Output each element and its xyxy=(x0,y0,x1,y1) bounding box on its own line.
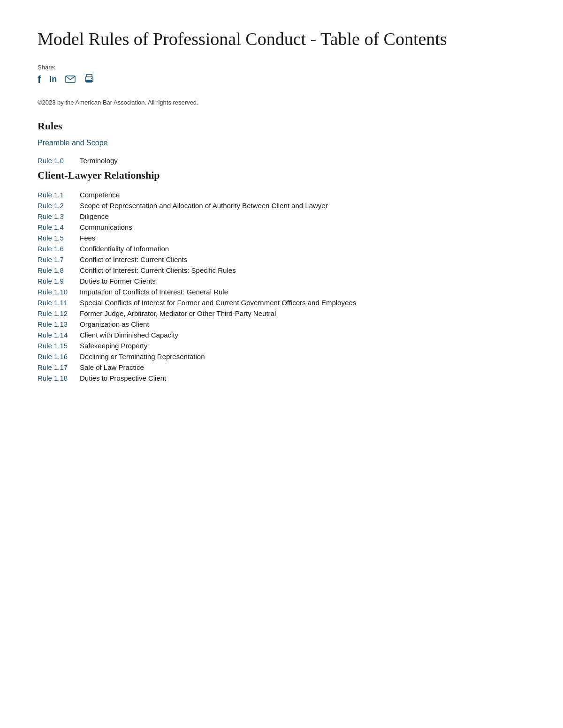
svg-point-3 xyxy=(91,78,92,79)
table-row: Rule 1.10 Imputation of Conflicts of Int… xyxy=(38,288,525,296)
table-row: Rule 1.14 Client with Diminished Capacit… xyxy=(38,331,525,339)
rule-title-12: Scope of Representation and Allocation o… xyxy=(80,202,328,210)
table-row: Rule 1.16 Declining or Terminating Repre… xyxy=(38,353,525,360)
client-lawyer-section: Client-Lawyer Relationship Rule 1.1 Comp… xyxy=(38,169,525,382)
copyright-notice: ©2023 by the American Bar Association. A… xyxy=(38,99,525,106)
table-row: Rule 1.13 Organization as Client xyxy=(38,320,525,328)
rule-title-118: Duties to Prospective Client xyxy=(80,374,166,382)
rules-heading: Rules xyxy=(38,120,525,132)
share-label: Share: xyxy=(38,64,525,71)
facebook-share-button[interactable]: f xyxy=(38,74,41,86)
table-row: Rule 1.6 Confidentiality of Information xyxy=(38,245,525,253)
rule-number-117[interactable]: Rule 1.17 xyxy=(38,363,80,371)
rule-number-110[interactable]: Rule 1.10 xyxy=(38,288,80,296)
rule-title-11: Competence xyxy=(80,191,120,199)
rule-title-10: Terminology xyxy=(80,157,118,165)
rule-title-13: Diligence xyxy=(80,212,109,220)
rule-title-17: Conflict of Interest: Current Clients xyxy=(80,255,187,263)
rule-number-112[interactable]: Rule 1.12 xyxy=(38,309,80,317)
rule-number-12[interactable]: Rule 1.2 xyxy=(38,202,80,210)
rule-number-113[interactable]: Rule 1.13 xyxy=(38,320,80,328)
rule-number-118[interactable]: Rule 1.18 xyxy=(38,374,80,382)
rule-title-112: Former Judge, Arbitrator, Mediator or Ot… xyxy=(80,309,276,317)
rule-number-13[interactable]: Rule 1.3 xyxy=(38,212,80,220)
rule-title-19: Duties to Former Clients xyxy=(80,277,156,285)
table-row: Rule 1.4 Communications xyxy=(38,223,525,231)
rule-title-14: Communications xyxy=(80,223,132,231)
facebook-icon: f xyxy=(38,74,41,85)
linkedin-share-button[interactable]: in xyxy=(49,75,57,84)
table-row: Rule 1.5 Fees xyxy=(38,234,525,242)
rule-title-16: Confidentiality of Information xyxy=(80,245,169,253)
table-row: Rule 1.9 Duties to Former Clients xyxy=(38,277,525,285)
table-row: Rule 1.15 Safekeeping Property xyxy=(38,342,525,350)
rule-title-115: Safekeeping Property xyxy=(80,342,147,350)
rule-number-111[interactable]: Rule 1.11 xyxy=(38,299,80,307)
rule-title-15: Fees xyxy=(80,234,95,242)
rule-number-17[interactable]: Rule 1.7 xyxy=(38,255,80,263)
rule-title-117: Sale of Law Practice xyxy=(80,363,144,371)
table-row: Rule 1.7 Conflict of Interest: Current C… xyxy=(38,255,525,263)
print-share-button[interactable] xyxy=(84,74,94,86)
rule-number-16[interactable]: Rule 1.6 xyxy=(38,245,80,253)
rule-number-14[interactable]: Rule 1.4 xyxy=(38,223,80,231)
client-lawyer-rules-list: Rule 1.1 Competence Rule 1.2 Scope of Re… xyxy=(38,191,525,382)
page-title: Model Rules of Professional Conduct - Ta… xyxy=(38,28,525,51)
share-icons-container: f in xyxy=(38,74,525,86)
table-row: Rule 1.17 Sale of Law Practice xyxy=(38,363,525,371)
email-icon xyxy=(65,74,76,85)
share-section: Share: f in xyxy=(38,64,525,86)
table-row: Rule 1.18 Duties to Prospective Client xyxy=(38,374,525,382)
rule-title-114: Client with Diminished Capacity xyxy=(80,331,178,339)
linkedin-icon: in xyxy=(49,75,57,84)
rule-title-111: Special Conflicts of Interest for Former… xyxy=(80,299,356,307)
rule-number-10[interactable]: Rule 1.0 xyxy=(38,157,80,165)
table-row: Rule 1.11 Special Conflicts of Interest … xyxy=(38,299,525,307)
rule-title-116: Declining or Terminating Representation xyxy=(80,353,205,360)
rule-title-110: Imputation of Conflicts of Interest: Gen… xyxy=(80,288,228,296)
table-row: Rule 1.2 Scope of Representation and All… xyxy=(38,202,525,210)
rule-title-18: Conflict of Interest: Current Clients: S… xyxy=(80,266,236,274)
client-lawyer-heading: Client-Lawyer Relationship xyxy=(38,169,525,181)
table-row: Rule 1.8 Conflict of Interest: Current C… xyxy=(38,266,525,274)
rule-row-10: Rule 1.0 Terminology xyxy=(38,157,525,165)
rules-section: Rules Preamble and Scope Rule 1.0 Termin… xyxy=(38,120,525,165)
rule-number-11[interactable]: Rule 1.1 xyxy=(38,191,80,199)
rule-number-116[interactable]: Rule 1.16 xyxy=(38,353,80,360)
table-row: Rule 1.1 Competence xyxy=(38,191,525,199)
rule-title-113: Organization as Client xyxy=(80,320,149,328)
print-icon xyxy=(84,74,94,85)
table-row: Rule 1.3 Diligence xyxy=(38,212,525,220)
preamble-scope-link[interactable]: Preamble and Scope xyxy=(38,139,525,147)
rule-number-19[interactable]: Rule 1.9 xyxy=(38,277,80,285)
rule-number-114[interactable]: Rule 1.14 xyxy=(38,331,80,339)
rule-number-18[interactable]: Rule 1.8 xyxy=(38,266,80,274)
svg-rect-2 xyxy=(86,80,92,83)
table-row: Rule 1.12 Former Judge, Arbitrator, Medi… xyxy=(38,309,525,317)
rule-number-115[interactable]: Rule 1.15 xyxy=(38,342,80,350)
rule-number-15[interactable]: Rule 1.5 xyxy=(38,234,80,242)
email-share-button[interactable] xyxy=(65,74,76,86)
